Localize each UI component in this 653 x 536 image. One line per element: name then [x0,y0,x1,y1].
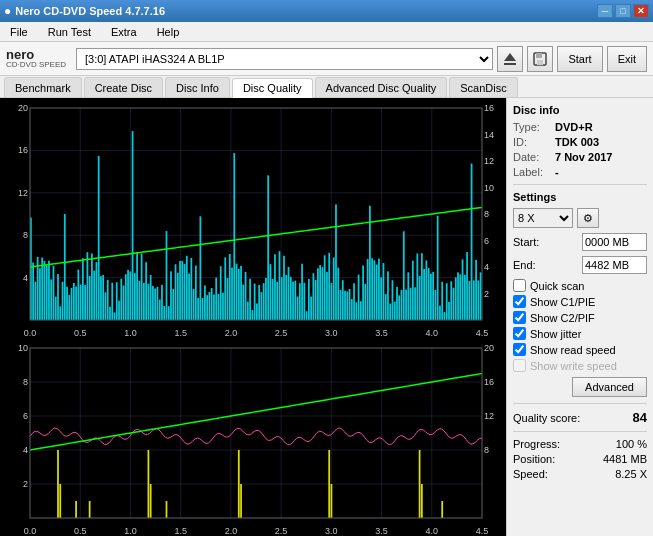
show-write-speed-label: Show write speed [530,360,617,372]
tab-create-disc[interactable]: Create Disc [84,77,163,97]
quality-score-label: Quality score: [513,412,580,424]
settings-icon-btn[interactable]: ⚙ [577,208,599,228]
speed-row: 8 X ⚙ [513,208,647,228]
position-value: 4481 MB [603,453,647,465]
position-label: Position: [513,453,555,465]
quality-score-value: 84 [633,410,647,425]
svg-rect-1 [504,63,516,65]
tab-disc-info[interactable]: Disc Info [165,77,230,97]
minimize-button[interactable]: ─ [597,4,613,18]
show-read-speed-row: Show read speed [513,343,647,356]
show-c1pie-checkbox[interactable] [513,295,526,308]
menu-help[interactable]: Help [151,24,186,40]
app-icon: ● [4,4,11,18]
quick-scan-label: Quick scan [530,280,584,292]
progress-label: Progress: [513,438,560,450]
close-button[interactable]: ✕ [633,4,649,18]
right-panel: Disc info Type: DVD+R ID: TDK 003 Date: … [506,98,653,536]
advanced-button[interactable]: Advanced [572,377,647,397]
show-c2pif-row: Show C2/PIF [513,311,647,324]
chart-area [0,98,506,536]
tab-bar: Benchmark Create Disc Disc Info Disc Qua… [0,76,653,98]
disc-date-label: Date: [513,151,551,163]
title-bar-controls: ─ □ ✕ [597,4,649,18]
disc-date-value: 7 Nov 2017 [555,151,612,163]
title-bar-left: ● Nero CD-DVD Speed 4.7.7.16 [4,4,165,18]
start-field-row: Start: [513,233,647,251]
end-field-row: End: [513,256,647,274]
nero-logo: nero CD·DVD SPEED [6,48,66,69]
start-input[interactable] [582,233,647,251]
disc-type-value: DVD+R [555,121,593,133]
toolbar: nero CD·DVD SPEED [3:0] ATAPI iHAS324 A … [0,42,653,76]
disc-type-label: Type: [513,121,551,133]
disc-type-row: Type: DVD+R [513,121,647,133]
disc-id-value: TDK 003 [555,136,599,148]
show-c1pie-row: Show C1/PIE [513,295,647,308]
main-chart [2,100,504,536]
show-jitter-checkbox[interactable] [513,327,526,340]
tab-advanced-disc-quality[interactable]: Advanced Disc Quality [315,77,448,97]
exit-button[interactable]: Exit [607,46,647,72]
disc-label-label: Label: [513,166,551,178]
show-write-speed-row: Show write speed [513,359,647,372]
app-title: Nero CD-DVD Speed 4.7.7.16 [15,5,165,17]
menu-run-test[interactable]: Run Test [42,24,97,40]
menu-extra[interactable]: Extra [105,24,143,40]
divider-1 [513,184,647,185]
end-label: End: [513,259,536,271]
show-jitter-row: Show jitter [513,327,647,340]
speed-value: 8.25 X [615,468,647,480]
progress-value: 100 % [616,438,647,450]
quick-scan-row: Quick scan [513,279,647,292]
position-row: Position: 4481 MB [513,453,647,465]
eject-button[interactable] [497,46,523,72]
divider-2 [513,403,647,404]
speed-select[interactable]: 8 X [513,208,573,228]
speed-row-display: Speed: 8.25 X [513,468,647,480]
progress-row: Progress: 100 % [513,438,647,450]
svg-marker-0 [504,53,516,61]
show-read-speed-checkbox[interactable] [513,343,526,356]
quality-score-row: Quality score: 84 [513,410,647,425]
show-write-speed-checkbox[interactable] [513,359,526,372]
show-c1pie-label: Show C1/PIE [530,296,595,308]
menu-file[interactable]: File [4,24,34,40]
disc-id-row: ID: TDK 003 [513,136,647,148]
show-jitter-label: Show jitter [530,328,581,340]
show-c2pif-checkbox[interactable] [513,311,526,324]
nero-logo-bottom: CD·DVD SPEED [6,61,66,69]
end-input[interactable] [582,256,647,274]
svg-rect-4 [537,60,543,65]
settings-title: Settings [513,191,647,203]
start-button[interactable]: Start [557,46,602,72]
disc-label-value: - [555,166,559,178]
disc-label-row: Label: - [513,166,647,178]
title-bar: ● Nero CD-DVD Speed 4.7.7.16 ─ □ ✕ [0,0,653,22]
menu-bar: File Run Test Extra Help [0,22,653,42]
tab-scandisc[interactable]: ScanDisc [449,77,517,97]
main-content: Disc info Type: DVD+R ID: TDK 003 Date: … [0,98,653,536]
speed-label: Speed: [513,468,548,480]
disc-info-title: Disc info [513,104,647,116]
maximize-button[interactable]: □ [615,4,631,18]
disc-id-label: ID: [513,136,551,148]
tab-disc-quality[interactable]: Disc Quality [232,78,313,98]
save-button[interactable] [527,46,553,72]
drive-select[interactable]: [3:0] ATAPI iHAS324 A BL1P [76,48,493,70]
start-label: Start: [513,236,539,248]
show-read-speed-label: Show read speed [530,344,616,356]
tab-benchmark[interactable]: Benchmark [4,77,82,97]
quick-scan-checkbox[interactable] [513,279,526,292]
svg-rect-3 [536,53,542,58]
disc-date-row: Date: 7 Nov 2017 [513,151,647,163]
show-c2pif-label: Show C2/PIF [530,312,595,324]
divider-3 [513,431,647,432]
